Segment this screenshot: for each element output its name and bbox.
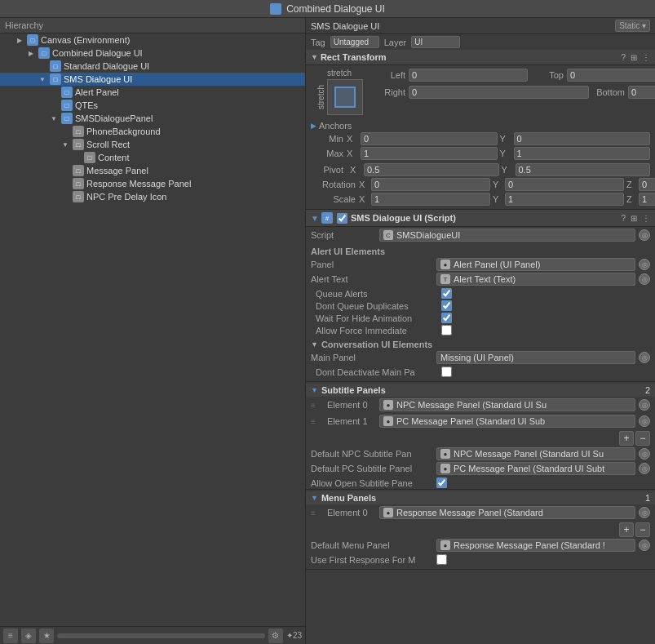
- menu-drag-handle-0[interactable]: ≡: [311, 509, 324, 517]
- subtitle-count: 2: [634, 385, 650, 395]
- dont-deactivate-checkbox[interactable]: [441, 366, 452, 377]
- main-panel-circle[interactable]: ◎: [639, 352, 650, 363]
- rect-menu-icon[interactable]: ⋮: [642, 53, 650, 62]
- subtitle-minus-btn[interactable]: −: [635, 431, 650, 446]
- scale-y[interactable]: [505, 193, 624, 206]
- default-npc-value: ● NPC Message Panel (Standard UI Su: [436, 447, 635, 460]
- dont-queue-dup-label: Dont Queue Duplicates: [316, 301, 438, 311]
- script-settings-icon[interactable]: ⊞: [631, 214, 637, 223]
- tree-item-scrollrect[interactable]: ▼ □ Scroll Rect: [0, 138, 305, 151]
- anchors-min-x[interactable]: [361, 132, 498, 145]
- subtitle-panels-label: Subtitle Panels: [321, 385, 634, 395]
- fav-btn[interactable]: ★: [39, 628, 54, 643]
- bottom-input[interactable]: [628, 86, 655, 99]
- tree-item-msgpanel[interactable]: ▶ □ Message Panel: [0, 164, 305, 177]
- use-first-response-checkbox[interactable]: [436, 554, 447, 565]
- allow-force-checkbox[interactable]: [441, 325, 452, 335]
- tree-item-standard[interactable]: ▶ □ Standard Dialogue UI: [0, 60, 305, 73]
- tree-item-content[interactable]: ▶ □ Content: [0, 151, 305, 164]
- hierarchy-bottom-bar: ≡ ◈ ★ ⚙ ✦23: [0, 626, 305, 644]
- tag-select[interactable]: Untagged: [330, 36, 379, 48]
- lock-btn[interactable]: ≡: [3, 628, 18, 643]
- rect-help-icon[interactable]: ?: [621, 53, 626, 62]
- use-first-response-label: Use First Response For M: [311, 555, 433, 565]
- hierarchy-header: Hierarchy: [0, 18, 305, 33]
- elem0-icon: ●: [383, 400, 393, 410]
- subtitle-panels-header[interactable]: ▼ Subtitle Panels 2: [306, 384, 655, 397]
- menu-elem0-circle[interactable]: ◎: [639, 507, 650, 518]
- tree-item-sms[interactable]: ▼ □ SMS Dialogue UI: [0, 73, 305, 86]
- tree-item-npcdelay[interactable]: ▶ □ NPC Pre Delay Icon: [0, 190, 305, 203]
- left-input[interactable]: [409, 69, 528, 82]
- settings-btn[interactable]: ⚙: [268, 628, 283, 643]
- sms-script-section: ▼ # SMS Dialogue UI (Script) ? ⊞ ⋮ Scrip…: [306, 210, 655, 382]
- script-enable-checkbox[interactable]: [337, 213, 347, 224]
- anchor-visual-box[interactable]: [327, 79, 363, 115]
- panel-circle-btn[interactable]: ◎: [639, 259, 650, 270]
- tree-item-responsepanel[interactable]: ▶ □ Response Message Panel: [0, 177, 305, 190]
- menu-panels-section: ▼ Menu Panels 1 ≡ Element 0 ● Response M…: [306, 491, 655, 570]
- default-menu-value: ● Response Message Panel (Standard !: [436, 539, 635, 552]
- default-npc-circle[interactable]: ◎: [639, 448, 650, 460]
- default-menu-circle[interactable]: ◎: [639, 540, 650, 551]
- tree-item-alert[interactable]: ▶ □ Alert Panel: [0, 86, 305, 99]
- elem1-icon: ●: [383, 416, 393, 426]
- script-circle-btn[interactable]: ◎: [639, 229, 650, 241]
- tree-item-phonebg[interactable]: ▶ □ PhoneBackground: [0, 125, 305, 138]
- tree-item-smspanel[interactable]: ▼ □ SMSDialoguePanel: [0, 112, 305, 125]
- rotation-x[interactable]: [371, 178, 490, 191]
- elem1-circle[interactable]: ◎: [639, 415, 650, 427]
- anchors-max-row: Max X Y: [311, 147, 650, 160]
- default-menu-text: Response Message Panel (Standard !: [454, 540, 605, 550]
- scale-x[interactable]: [371, 193, 490, 206]
- right-input[interactable]: [409, 86, 589, 99]
- pivot-x[interactable]: [364, 163, 499, 176]
- sms-script-header[interactable]: ▼ # SMS Dialogue UI (Script) ? ⊞ ⋮: [306, 210, 655, 227]
- dont-queue-dup-checkbox[interactable]: [441, 300, 452, 311]
- drag-handle-1[interactable]: ≡: [311, 417, 324, 426]
- top-input[interactable]: [567, 69, 655, 82]
- subtitle-plus-btn[interactable]: +: [619, 431, 634, 446]
- tree-icon-scrollrect: □: [73, 139, 84, 150]
- menu-minus-btn[interactable]: −: [635, 522, 650, 537]
- anchors-min-y[interactable]: [514, 132, 651, 145]
- queue-alerts-checkbox[interactable]: [441, 288, 452, 299]
- element0-value: ● NPC Message Panel (Standard UI Su: [379, 398, 635, 411]
- scale-z[interactable]: [639, 193, 655, 206]
- wait-for-hide-checkbox[interactable]: [441, 313, 452, 323]
- wait-for-hide-row: Wait For Hide Animation: [311, 312, 650, 324]
- anchors-arrow[interactable]: ▶: [311, 122, 316, 130]
- elem0-circle[interactable]: ◎: [639, 399, 650, 411]
- rect-transform-header[interactable]: ▼ Rect Transform ? ⊞ ⋮: [306, 50, 655, 65]
- script-menu-icon[interactable]: ⋮: [642, 214, 650, 223]
- rect-settings-icon[interactable]: ⊞: [631, 53, 637, 62]
- tree-item-qtes[interactable]: ▶ □ QTEs: [0, 99, 305, 112]
- menu-plus-btn[interactable]: +: [619, 522, 634, 537]
- anchors-section: ▶ Anchors Min X Y Max X: [306, 118, 655, 163]
- allow-force-row: Allow Force Immediate: [311, 324, 650, 336]
- rotation-z[interactable]: [639, 178, 655, 191]
- tree-arrow: ▼: [38, 74, 47, 84]
- anchors-max-x[interactable]: [361, 147, 498, 160]
- tree-item-combined[interactable]: ▶ □ Combined Dialogue UI: [0, 47, 305, 60]
- script-help-icon[interactable]: ?: [621, 214, 626, 223]
- hierarchy-scrollbar[interactable]: [57, 633, 265, 638]
- tree-label-content: Content: [98, 153, 130, 162]
- layer-select[interactable]: UI: [411, 36, 460, 48]
- pivot-y[interactable]: [516, 163, 651, 176]
- alert-text-circle[interactable]: ◎: [639, 273, 650, 285]
- filter-btn[interactable]: ◈: [21, 628, 36, 643]
- menu-panels-label: Menu Panels: [321, 493, 634, 503]
- anchors-max-y[interactable]: [514, 147, 651, 160]
- default-pc-value: ● PC Message Panel (Standard UI Subt: [436, 462, 635, 475]
- tree-label-combined: Combined Dialogue UI: [52, 48, 143, 58]
- rotation-y[interactable]: [505, 178, 624, 191]
- default-pc-circle[interactable]: ◎: [639, 463, 650, 474]
- tree-icon-combined: □: [38, 47, 50, 59]
- allow-open-checkbox[interactable]: [436, 477, 447, 488]
- tree-item-canvas[interactable]: ▶ □ Canvas (Environment): [0, 33, 305, 47]
- drag-handle-0[interactable]: ≡: [311, 401, 324, 410]
- sx-label: X: [359, 194, 369, 204]
- hierarchy-title: Hierarchy: [5, 20, 43, 30]
- menu-panels-header[interactable]: ▼ Menu Panels 1: [306, 491, 655, 504]
